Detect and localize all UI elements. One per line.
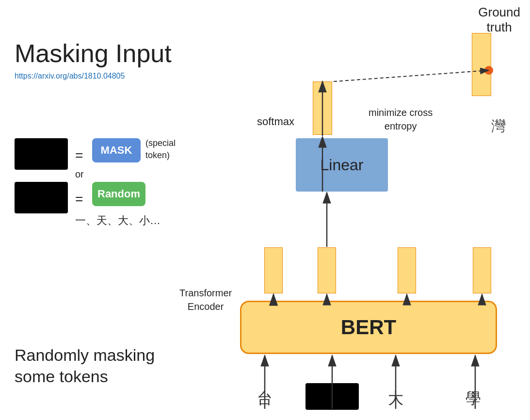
special-token-label: (special token) — [145, 137, 176, 162]
input-embedding-4 — [473, 247, 491, 293]
equals-sign-2: = — [75, 192, 83, 207]
svg-line-2 — [334, 70, 489, 81]
mask-black-rect — [15, 138, 68, 170]
char-xue: 學 — [466, 388, 481, 409]
ground-truth-rect — [472, 33, 491, 96]
bert-box: BERT — [240, 301, 497, 354]
page-title: Masking Input — [15, 39, 172, 68]
ground-truth-dot — [484, 66, 493, 75]
ground-truth-label: Ground truth — [478, 5, 520, 35]
input-embedding-2 — [318, 247, 336, 293]
equals-sign-1: = — [75, 148, 83, 163]
linear-box: Linear — [296, 138, 388, 192]
chinese-options-label: 一、天、大、小… — [75, 213, 161, 228]
input-embedding-3 — [398, 247, 416, 293]
minimize-cross-entropy-label: minimize cross entropy — [369, 106, 433, 133]
input-embedding-1 — [264, 247, 283, 293]
arxiv-link[interactable]: https://arxiv.org/abs/1810.04805 — [15, 72, 125, 81]
softmax-output-rect — [313, 81, 332, 135]
random-badge: Random — [92, 182, 145, 206]
wan-character: 灣 — [491, 116, 506, 136]
masked-input-token — [305, 383, 359, 410]
or-label: or — [75, 169, 84, 180]
mask-badge: MASK — [92, 138, 141, 162]
transformer-encoder-label: Transformer Encoder — [179, 286, 232, 313]
randomly-masking-label: Randomly masking some tokens — [15, 344, 155, 387]
char-da: 大 — [388, 388, 403, 409]
char-tai: 台 — [257, 388, 273, 409]
softmax-label: softmax — [257, 115, 294, 128]
random-black-rect — [15, 182, 68, 213]
